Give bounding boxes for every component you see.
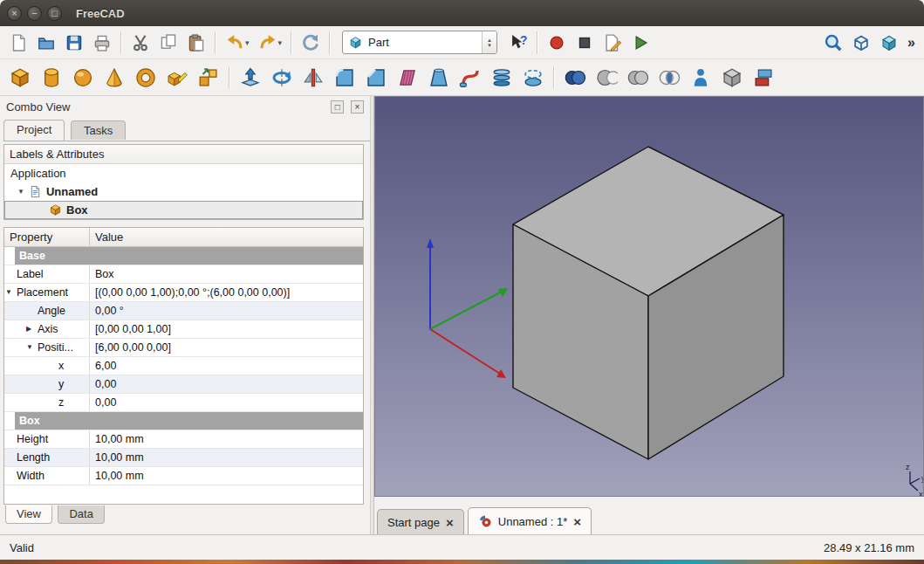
part-loft-button[interactable] [424, 63, 454, 93]
macro-record-button[interactable] [544, 30, 570, 56]
property-value-cell[interactable]: 10,00 mm [90, 430, 363, 448]
tab-data[interactable]: Data [58, 506, 104, 524]
property-row-z[interactable]: z0,00 [4, 394, 363, 412]
close-tab-icon[interactable]: × [573, 515, 581, 528]
title-bar: × − □ FreeCAD [0, 0, 924, 26]
fit-all-button[interactable] [820, 30, 846, 56]
workbench-selector-spinner[interactable]: ▲▼ [482, 31, 496, 53]
part-shape-builder-button[interactable] [194, 63, 223, 93]
property-value-cell[interactable]: 10,00 mm [90, 449, 363, 466]
refresh-button[interactable] [298, 30, 324, 56]
property-value-cell[interactable]: 6,00 [90, 357, 363, 375]
window-minimize-button[interactable]: − [27, 6, 42, 21]
undo-dropdown-icon[interactable]: ▾ [245, 38, 250, 47]
part-common-button[interactable] [654, 63, 684, 93]
property-group-base[interactable]: Base [4, 247, 363, 265]
cut-button[interactable] [127, 30, 154, 56]
property-row-positi[interactable]: ▼Positi...[6,00 0,00 0,00] [4, 339, 363, 357]
fit-all-icon [824, 33, 843, 52]
expander-icon[interactable]: ▶ [26, 320, 31, 338]
part-ruled-surface-button[interactable] [393, 63, 422, 93]
part-revolve-button[interactable] [267, 63, 297, 93]
part-offset-button[interactable] [518, 63, 548, 93]
part-defeaturing-button[interactable] [717, 63, 747, 93]
property-value-cell[interactable]: [(0,00 0,00 1,00);0,00 °;(6,00 0,00 0,00… [90, 284, 363, 301]
tree-row-unnamed[interactable]: ▼ Unnamed [4, 182, 363, 201]
macro-stop-button[interactable] [572, 30, 598, 56]
part-mirror-button[interactable] [298, 63, 328, 93]
expander-icon[interactable]: ▼ [17, 188, 24, 196]
part-boolean-button[interactable] [560, 63, 590, 93]
copy-button[interactable] [155, 30, 181, 56]
panel-float-button[interactable]: □ [331, 100, 344, 113]
property-row-width[interactable]: Width10,00 mm [4, 467, 363, 485]
property-row-placement[interactable]: ▼Placement[(0,00 0,00 1,00);0,00 °;(6,00… [4, 284, 363, 302]
property-value-cell[interactable]: [6,00 0,00 0,00] [90, 339, 363, 356]
part-check-geometry-button[interactable] [686, 63, 715, 93]
tab-start-page[interactable]: Start page × [377, 509, 464, 534]
part-torus-button[interactable] [131, 63, 161, 93]
expander-icon[interactable]: ▼ [5, 284, 12, 301]
part-cylinder-button[interactable] [37, 63, 66, 93]
3d-viewport[interactable]: z y x [374, 96, 924, 497]
redo-button[interactable]: ▾ [255, 30, 286, 56]
part-sphere-button[interactable] [68, 63, 98, 93]
spin-down-icon[interactable]: ▼ [487, 43, 492, 48]
column-header-property[interactable]: Property [4, 228, 90, 246]
expander-icon[interactable]: ▼ [26, 339, 33, 356]
3d-viewport-canvas[interactable]: z y x [375, 97, 923, 496]
new-document-button[interactable] [5, 30, 31, 56]
close-tab-icon[interactable]: × [446, 516, 454, 529]
property-value-cell[interactable]: [0,00 0,00 1,00] [90, 320, 363, 338]
part-extrude-button[interactable] [236, 63, 265, 93]
paste-button[interactable] [183, 30, 209, 56]
draw-style-button[interactable] [876, 30, 902, 56]
part-sweep-button[interactable] [455, 63, 485, 93]
part-box-button[interactable] [5, 63, 35, 93]
part-refine-shape-button[interactable] [749, 63, 778, 93]
property-value-cell[interactable]: Box [90, 265, 363, 283]
property-value-cell[interactable]: 0,00 [90, 394, 363, 411]
tree-header[interactable]: Labels & Attributes [4, 145, 363, 164]
tree-row-box[interactable]: Box [4, 201, 363, 219]
part-cut-button[interactable] [592, 63, 621, 93]
tab-tasks[interactable]: Tasks [71, 120, 126, 140]
property-group-box[interactable]: Box [4, 412, 363, 430]
part-fillet-button[interactable] [330, 63, 359, 93]
property-row-angle[interactable]: Angle0,00 ° [4, 302, 363, 320]
undo-button[interactable]: ▾ [222, 30, 253, 56]
property-value-cell[interactable]: 0,00 ° [90, 302, 363, 320]
print-button[interactable] [89, 30, 115, 56]
property-row-y[interactable]: y0,00 [4, 375, 363, 394]
axonometric-view-button[interactable] [848, 30, 874, 56]
property-row-label[interactable]: LabelBox [4, 265, 363, 284]
tab-view[interactable]: View [5, 506, 52, 524]
part-cone-button[interactable] [99, 63, 129, 93]
part-cross-sections-button[interactable] [487, 63, 517, 93]
property-row-length[interactable]: Length10,00 mm [4, 449, 363, 467]
whats-this-button[interactable] [505, 30, 531, 56]
property-row-axis[interactable]: ▶Axis[0,00 0,00 1,00] [4, 320, 363, 339]
property-value-cell[interactable]: 10,00 mm [90, 467, 363, 485]
column-header-value[interactable]: Value [90, 228, 363, 246]
tab-unnamed-document[interactable]: Unnamed : 1* × [468, 507, 592, 534]
macro-edit-button[interactable] [599, 30, 626, 56]
tab-project[interactable]: Project [3, 120, 65, 141]
axonometric-view-icon [852, 33, 871, 52]
panel-close-button[interactable]: × [351, 100, 364, 113]
property-row-height[interactable]: Height10,00 mm [4, 430, 363, 449]
save-document-button[interactable] [61, 30, 87, 56]
macro-execute-button[interactable] [627, 30, 654, 56]
part-union-button[interactable] [623, 63, 653, 93]
part-primitives-button[interactable] [162, 63, 192, 93]
tree-row-application[interactable]: Application [4, 164, 363, 182]
workbench-selector[interactable]: Part▲▼ [342, 31, 497, 54]
part-chamfer-button[interactable] [361, 63, 391, 93]
property-value-cell[interactable]: 0,00 [90, 375, 363, 393]
window-maximize-button[interactable]: □ [47, 6, 62, 21]
open-document-button[interactable] [33, 30, 59, 56]
property-row-x[interactable]: x6,00 [4, 357, 363, 375]
window-close-button[interactable]: × [7, 6, 22, 21]
toolbar-overflow[interactable]: » [903, 35, 920, 51]
redo-dropdown-icon[interactable]: ▾ [278, 38, 283, 47]
